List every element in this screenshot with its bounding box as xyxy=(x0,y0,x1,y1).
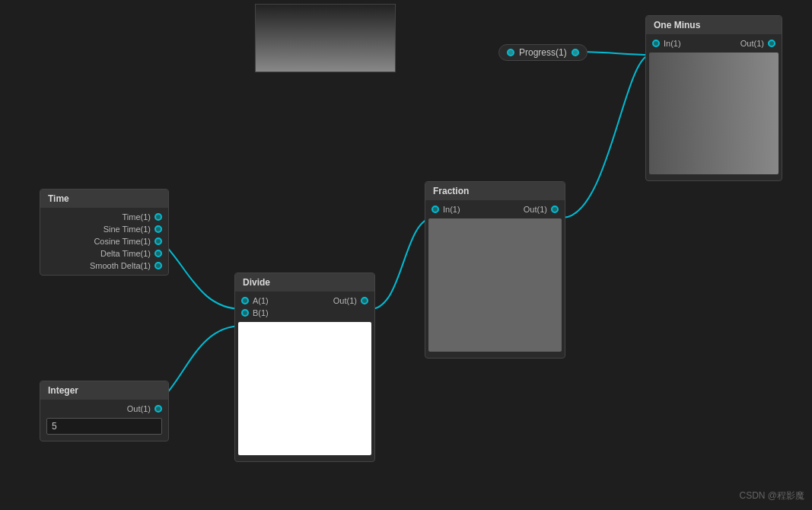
time-node: Time Time(1) Sine Time(1) Cosine Time(1)… xyxy=(40,189,169,276)
time-out-2-label: Cosine Time(1) xyxy=(94,237,151,246)
integer-out-label: Out(1) xyxy=(127,404,151,413)
divide-a-port[interactable] xyxy=(241,297,249,304)
time-row-1: Sine Time(1) xyxy=(40,223,168,235)
fraction-node: Fraction In(1) Out(1) xyxy=(425,181,565,359)
fraction-in-port[interactable] xyxy=(431,206,439,213)
progress-node[interactable]: Progress(1) xyxy=(498,44,588,61)
time-out-1-port[interactable] xyxy=(154,225,162,233)
one-minus-preview xyxy=(649,53,779,174)
one-minus-out-label: Out(1) xyxy=(740,39,764,48)
divide-b-label: B(1) xyxy=(253,308,269,317)
divide-b-port[interactable] xyxy=(241,309,249,317)
integer-out-row: Out(1) xyxy=(40,403,168,415)
time-out-2-port[interactable] xyxy=(154,237,162,245)
one-minus-io-row: In(1) Out(1) xyxy=(646,37,782,49)
time-out-4-port[interactable] xyxy=(154,262,162,269)
time-out-0-port[interactable] xyxy=(154,213,162,221)
fraction-out-port[interactable] xyxy=(551,206,559,213)
progress-port-in xyxy=(572,49,579,56)
time-row-0: Time(1) xyxy=(40,211,168,223)
divide-body: A(1) Out(1) B(1) xyxy=(235,292,374,461)
gradient-preview xyxy=(255,4,396,72)
time-row-3: Delta Time(1) xyxy=(40,247,168,260)
fraction-in-label: In(1) xyxy=(443,205,460,214)
integer-value-container xyxy=(40,415,168,438)
integer-node: Integer Out(1) xyxy=(40,381,169,441)
time-row-2: Cosine Time(1) xyxy=(40,235,168,247)
progress-port-out xyxy=(507,49,514,56)
time-out-3-label: Delta Time(1) xyxy=(100,249,151,258)
divide-io-row-a: A(1) Out(1) xyxy=(235,295,374,307)
integer-out-port[interactable] xyxy=(154,405,162,413)
one-minus-node: One Minus In(1) Out(1) xyxy=(645,15,782,181)
time-out-1-label: Sine Time(1) xyxy=(103,225,151,234)
fraction-preview xyxy=(428,218,562,352)
divide-io-row-b: B(1) xyxy=(235,307,374,319)
integer-value-input[interactable] xyxy=(46,418,162,435)
one-minus-in-label: In(1) xyxy=(664,39,681,48)
one-minus-in-port[interactable] xyxy=(652,40,660,47)
time-body: Time(1) Sine Time(1) Cosine Time(1) Delt… xyxy=(40,208,168,275)
time-out-3-port[interactable] xyxy=(154,250,162,257)
divide-out-label: Out(1) xyxy=(333,296,357,305)
one-minus-header: One Minus xyxy=(646,16,782,34)
time-header: Time xyxy=(40,190,168,208)
divide-preview xyxy=(238,322,371,455)
time-out-4-label: Smooth Delta(1) xyxy=(90,261,151,270)
divide-out-port[interactable] xyxy=(361,297,368,304)
divide-header: Divide xyxy=(235,273,374,292)
fraction-header: Fraction xyxy=(425,182,565,200)
divide-node: Divide A(1) Out(1) B(1) xyxy=(234,273,375,462)
fraction-io-row: In(1) Out(1) xyxy=(425,203,565,215)
integer-body: Out(1) xyxy=(40,400,168,441)
fraction-body: In(1) Out(1) xyxy=(425,200,565,358)
fraction-out-label: Out(1) xyxy=(524,205,547,214)
one-minus-out-port[interactable] xyxy=(768,40,775,47)
divide-a-label: A(1) xyxy=(253,296,269,305)
time-out-0-label: Time(1) xyxy=(123,212,151,222)
one-minus-body: In(1) Out(1) xyxy=(646,34,782,180)
time-row-4: Smooth Delta(1) xyxy=(40,260,168,272)
integer-header: Integer xyxy=(40,381,168,400)
watermark: CSDN @程影魔 xyxy=(739,489,804,502)
progress-label: Progress(1) xyxy=(519,47,567,58)
